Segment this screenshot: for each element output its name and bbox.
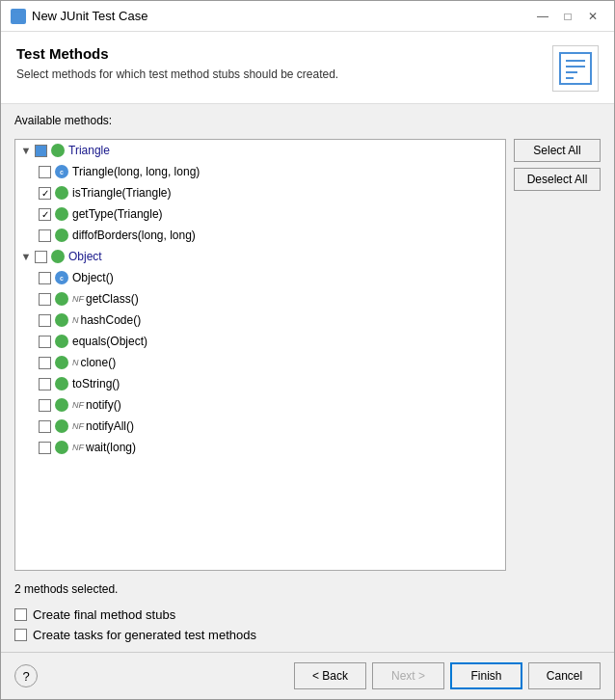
icon-toString	[55, 377, 68, 390]
help-button[interactable]: ?	[14, 664, 38, 687]
icon-equals	[55, 335, 68, 348]
label-triangle-constructor: Triangle(long, long, long)	[72, 165, 200, 178]
maximize-button[interactable]: □	[556, 7, 579, 26]
badge-wait: NF	[72, 443, 84, 452]
label-create-tasks: Create tasks for generated test methods	[33, 628, 256, 642]
label-notify: notify()	[86, 398, 121, 412]
expand-triangle[interactable]: ▼	[19, 144, 33, 157]
tree-item-wait[interactable]: NF wait(long)	[15, 437, 505, 458]
cancel-button[interactable]: Cancel	[528, 662, 601, 689]
checkbox-isTriangle[interactable]	[39, 187, 51, 200]
label-isTriangle: isTriangle(Triangle)	[72, 186, 171, 200]
checkbox-clone[interactable]	[39, 357, 51, 369]
footer-left: ?	[14, 664, 43, 687]
tree-item-object-group[interactable]: ▼ Object	[15, 246, 505, 267]
page-subtitle: Select methods for which test method stu…	[16, 67, 338, 81]
tree-item-equals[interactable]: equals(Object)	[15, 331, 505, 352]
deselect-all-button[interactable]: Deselect All	[514, 168, 601, 191]
icon-hashCode	[55, 313, 68, 327]
checkbox-notifyAll[interactable]	[39, 420, 51, 433]
checkbox-equals[interactable]	[39, 336, 51, 348]
icon-object-constructor: c	[55, 271, 68, 284]
tree-item-clone[interactable]: N clone()	[15, 352, 505, 373]
checkbox-create-tasks[interactable]	[14, 629, 27, 641]
label-toString: toString()	[72, 377, 120, 390]
content-area: Available methods: ▼ Triangle c Triangle…	[1, 104, 614, 652]
header-icon	[552, 45, 599, 92]
methods-tree[interactable]: ▼ Triangle c Triangle(long, long, long) …	[14, 139, 506, 571]
select-all-button[interactable]: Select All	[514, 139, 601, 162]
tree-item-triangle-group[interactable]: ▼ Triangle	[15, 140, 505, 161]
back-button[interactable]: < Back	[294, 662, 366, 689]
icon-isTriangle	[55, 186, 68, 200]
icon-triangle-constructor: c	[55, 165, 68, 178]
checkbox-hashCode[interactable]	[39, 314, 51, 327]
icon-getClass	[55, 292, 68, 306]
window-title: New JUnit Test Case	[32, 9, 147, 23]
header-section: Test Methods Select methods for which te…	[1, 32, 614, 104]
badge-notifyAll: NF	[72, 421, 84, 431]
checkbox-create-final[interactable]	[14, 608, 27, 621]
label-object-constructor: Object()	[72, 271, 114, 284]
label-object-group: Object	[68, 250, 102, 263]
tree-item-hashCode[interactable]: N hashCode()	[15, 310, 505, 331]
option-row-tasks: Create tasks for generated test methods	[14, 628, 601, 642]
label-equals: equals(Object)	[72, 335, 147, 348]
methods-area: ▼ Triangle c Triangle(long, long, long) …	[14, 139, 601, 571]
label-diffofBorders: diffofBorders(long, long)	[72, 229, 196, 242]
label-hashCode: hashCode()	[81, 313, 142, 327]
options-section: Create final method stubs Create tasks f…	[14, 607, 601, 642]
footer: ? < Back Next > Finish Cancel	[1, 652, 614, 699]
icon-object-group	[51, 250, 65, 263]
tree-item-isTriangle[interactable]: isTriangle(Triangle)	[15, 182, 505, 203]
tree-item-getClass[interactable]: NF getClass()	[15, 288, 505, 310]
expand-object[interactable]: ▼	[19, 250, 33, 263]
icon-getType	[55, 207, 68, 221]
checkbox-triangle-group[interactable]	[35, 145, 47, 157]
window-icon	[11, 9, 26, 24]
icon-notify	[55, 398, 68, 412]
badge-notify: NF	[72, 400, 84, 410]
status-text: 2 methods selected.	[14, 582, 601, 596]
tree-item-notifyAll[interactable]: NF notifyAll()	[15, 416, 505, 437]
label-getClass: getClass()	[86, 292, 139, 306]
badge-hashCode: N	[72, 315, 79, 325]
checkbox-triangle-constructor[interactable]	[39, 166, 51, 178]
label-notifyAll: notifyAll()	[86, 419, 134, 433]
next-button[interactable]: Next >	[372, 662, 444, 689]
title-bar-left: New JUnit Test Case	[11, 9, 147, 24]
finish-button[interactable]: Finish	[450, 662, 522, 689]
icon-diffofBorders	[55, 229, 68, 242]
checkbox-object-group[interactable]	[35, 251, 47, 263]
option-row-final: Create final method stubs	[14, 607, 601, 622]
label-clone: clone()	[81, 356, 117, 369]
badge-clone: N	[72, 358, 79, 367]
label-triangle-group: Triangle	[68, 144, 110, 157]
tree-item-object-constructor[interactable]: c Object()	[15, 267, 505, 288]
close-button[interactable]: ✕	[581, 7, 604, 26]
available-methods-label: Available methods:	[14, 114, 601, 127]
side-buttons: Select All Deselect All	[514, 139, 601, 571]
checkbox-diffofBorders[interactable]	[39, 229, 51, 242]
icon-clone	[55, 356, 68, 369]
title-bar: New JUnit Test Case — □ ✕	[1, 1, 614, 32]
tree-item-getType[interactable]: getType(Triangle)	[15, 203, 505, 225]
checkbox-getType[interactable]	[39, 208, 51, 221]
tree-item-diffofBorders[interactable]: diffofBorders(long, long)	[15, 225, 505, 246]
title-controls: — □ ✕	[531, 7, 604, 26]
checkbox-wait[interactable]	[39, 442, 51, 454]
checkbox-object-constructor[interactable]	[39, 272, 51, 284]
icon-triangle-group	[51, 144, 65, 157]
footer-right: < Back Next > Finish Cancel	[294, 662, 601, 689]
checkbox-notify[interactable]	[39, 399, 51, 412]
minimize-button[interactable]: —	[531, 7, 554, 26]
checkbox-getClass[interactable]	[39, 293, 51, 306]
icon-wait	[55, 441, 68, 454]
checkbox-toString[interactable]	[39, 378, 51, 390]
tree-item-notify[interactable]: NF notify()	[15, 394, 505, 416]
tree-item-triangle-constructor[interactable]: c Triangle(long, long, long)	[15, 161, 505, 182]
main-window: New JUnit Test Case — □ ✕ Test Methods S…	[0, 0, 615, 700]
header-text: Test Methods Select methods for which te…	[16, 45, 338, 81]
tree-item-toString[interactable]: toString()	[15, 373, 505, 394]
label-getType: getType(Triangle)	[72, 207, 163, 221]
